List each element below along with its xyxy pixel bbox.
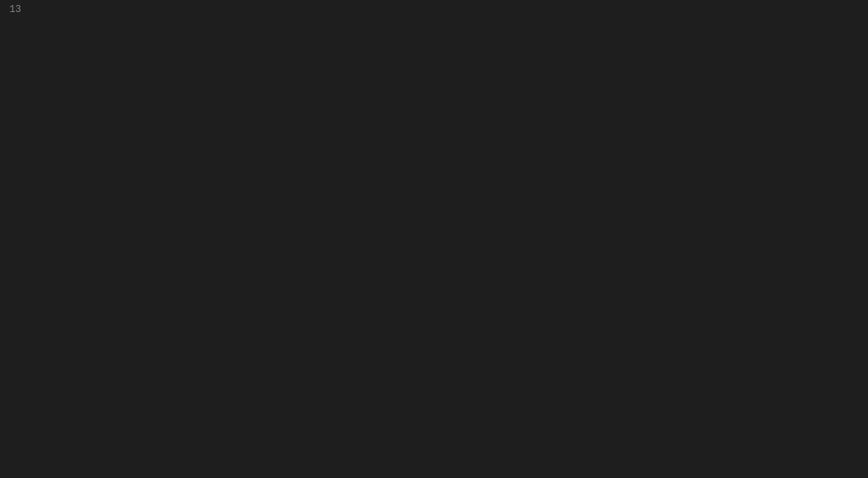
line-number: 13 (0, 0, 37, 18)
line-content (37, 0, 868, 18)
table-row: 13 (0, 0, 868, 18)
code-editor: 13 (0, 0, 868, 478)
